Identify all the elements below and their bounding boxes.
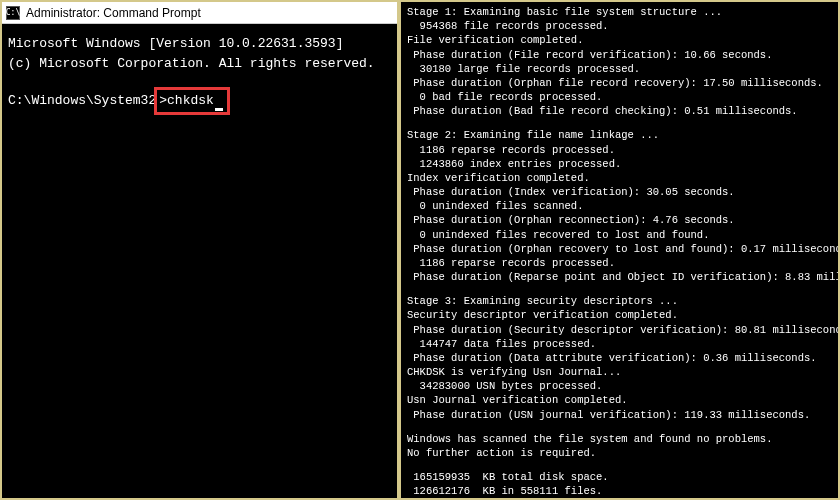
output-line: Phase duration (Orphan file record recov… xyxy=(407,76,832,90)
window-titlebar[interactable]: C:\ Administrator: Command Prompt xyxy=(2,2,397,24)
output-line: Phase duration (Security descriptor veri… xyxy=(407,323,832,337)
prompt-path: C:\Windows\System32 xyxy=(8,91,156,111)
output-line: Phase duration (Data attribute verificat… xyxy=(407,351,832,365)
output-line: 1243860 index entries processed. xyxy=(407,157,832,171)
cursor xyxy=(215,108,223,111)
output-line: 144747 data files processed. xyxy=(407,337,832,351)
output-line: Stage 3: Examining security descriptors … xyxy=(407,294,832,308)
output-line: Stage 2: Examining file name linkage ... xyxy=(407,128,832,142)
output-line: 1186 reparse records processed. xyxy=(407,143,832,157)
copyright-line: (c) Microsoft Corporation. All rights re… xyxy=(8,54,391,74)
output-line: Phase duration (USN journal verification… xyxy=(407,408,832,422)
output-line: File verification completed. xyxy=(407,33,832,47)
output-line: 0 unindexed files scanned. xyxy=(407,199,832,213)
output-line: Phase duration (File record verification… xyxy=(407,48,832,62)
window-title: Administrator: Command Prompt xyxy=(26,6,201,20)
right-output-panel[interactable]: Stage 1: Examining basic file system str… xyxy=(401,2,838,498)
output-line xyxy=(407,422,832,432)
output-line: 34283000 USN bytes processed. xyxy=(407,379,832,393)
version-line: Microsoft Windows [Version 10.0.22631.35… xyxy=(8,34,391,54)
output-line: 1186 reparse records processed. xyxy=(407,256,832,270)
output-line: CHKDSK is verifying Usn Journal... xyxy=(407,365,832,379)
output-line: 0 unindexed files recovered to lost and … xyxy=(407,228,832,242)
prompt-line[interactable]: C:\Windows\System32 >chkdsk xyxy=(8,87,391,115)
left-terminal-panel: C:\ Administrator: Command Prompt Micros… xyxy=(2,2,397,498)
output-line: 165159935 KB total disk space. xyxy=(407,470,832,484)
output-line: 126612176 KB in 558111 files. xyxy=(407,484,832,498)
output-line: No further action is required. xyxy=(407,446,832,460)
output-line xyxy=(407,284,832,294)
command-text: >chkdsk xyxy=(159,93,214,108)
output-line: Stage 1: Examining basic file system str… xyxy=(407,5,832,19)
output-line: Windows has scanned the file system and … xyxy=(407,432,832,446)
output-line: Index verification completed. xyxy=(407,171,832,185)
terminal-content-left[interactable]: Microsoft Windows [Version 10.0.22631.35… xyxy=(2,24,397,125)
output-line: Phase duration (Bad file record checking… xyxy=(407,104,832,118)
output-line: 954368 file records processed. xyxy=(407,19,832,33)
output-line: 30180 large file records processed. xyxy=(407,62,832,76)
output-line: Phase duration (Orphan reconnection): 4.… xyxy=(407,213,832,227)
output-line xyxy=(407,118,832,128)
output-line: Phase duration (Reparse point and Object… xyxy=(407,270,832,284)
output-line: Phase duration (Orphan recovery to lost … xyxy=(407,242,832,256)
cmd-icon: C:\ xyxy=(6,6,20,20)
output-line: 0 bad file records processed. xyxy=(407,90,832,104)
command-highlight: >chkdsk xyxy=(154,87,230,115)
output-line: Phase duration (Index verification): 30.… xyxy=(407,185,832,199)
output-line xyxy=(407,460,832,470)
output-line: Security descriptor verification complet… xyxy=(407,308,832,322)
output-line: Usn Journal verification completed. xyxy=(407,393,832,407)
